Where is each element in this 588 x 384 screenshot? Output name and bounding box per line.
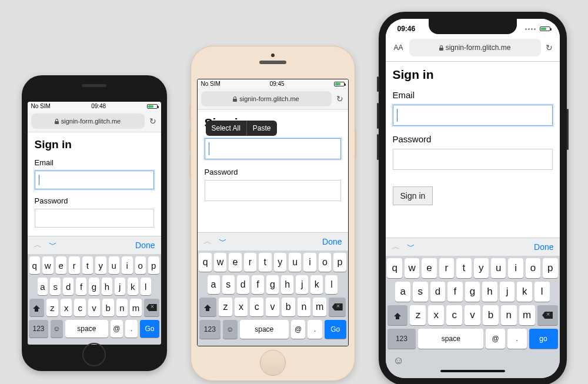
- key-at[interactable]: @: [486, 329, 505, 349]
- key-emoji[interactable]: ☺: [393, 355, 404, 367]
- key-d[interactable]: d: [237, 275, 249, 294]
- key-at[interactable]: @: [111, 320, 123, 338]
- key-i[interactable]: i: [508, 258, 523, 278]
- key-shift[interactable]: [387, 305, 408, 325]
- key-s[interactable]: s: [413, 282, 428, 302]
- menu-paste[interactable]: Paste: [247, 121, 277, 136]
- key-o[interactable]: o: [135, 256, 146, 274]
- reload-icon[interactable]: ↻: [148, 116, 158, 126]
- key-z[interactable]: z: [410, 305, 426, 325]
- key-dot[interactable]: .: [125, 320, 138, 338]
- key-t[interactable]: t: [456, 258, 471, 278]
- key-m[interactable]: m: [130, 299, 142, 316]
- key-y[interactable]: y: [274, 253, 286, 272]
- key-x[interactable]: x: [235, 298, 248, 316]
- reload-icon[interactable]: ↻: [544, 43, 554, 52]
- key-p[interactable]: p: [148, 256, 159, 274]
- key-b[interactable]: b: [483, 305, 499, 325]
- key-space[interactable]: space: [65, 320, 108, 338]
- key-z[interactable]: z: [46, 299, 58, 316]
- key-dot[interactable]: .: [507, 329, 527, 349]
- key-y[interactable]: y: [474, 258, 489, 278]
- key-a[interactable]: a: [395, 282, 410, 302]
- key-w[interactable]: w: [42, 256, 54, 274]
- key-k[interactable]: k: [310, 275, 323, 294]
- done-button[interactable]: Done: [135, 241, 155, 250]
- password-field[interactable]: [35, 209, 154, 228]
- email-field[interactable]: [35, 171, 154, 189]
- key-u[interactable]: u: [289, 253, 301, 272]
- email-field[interactable]: [393, 105, 553, 126]
- key-backspace[interactable]: [144, 299, 159, 316]
- key-n[interactable]: n: [116, 299, 128, 316]
- reload-icon[interactable]: ↻: [335, 94, 345, 103]
- key-n[interactable]: n: [298, 298, 311, 316]
- key-t[interactable]: t: [259, 253, 271, 272]
- key-j[interactable]: j: [115, 278, 125, 295]
- key-v[interactable]: v: [465, 305, 480, 325]
- key-d[interactable]: d: [430, 282, 446, 302]
- next-field-icon[interactable]: ﹀: [49, 240, 57, 251]
- key-g[interactable]: g: [89, 278, 99, 295]
- key-j[interactable]: j: [500, 282, 515, 302]
- key-t[interactable]: t: [82, 256, 93, 274]
- key-go[interactable]: Go: [325, 320, 346, 339]
- key-h[interactable]: h: [281, 275, 293, 294]
- url-box[interactable]: signin-form.glitch.me: [409, 39, 541, 56]
- next-field-icon[interactable]: ﹀: [407, 242, 415, 252]
- key-b[interactable]: b: [102, 299, 114, 316]
- key-emoji[interactable]: ☺: [51, 320, 63, 338]
- key-p[interactable]: p: [543, 258, 557, 278]
- key-i[interactable]: i: [303, 253, 316, 272]
- key-e[interactable]: e: [56, 256, 67, 274]
- key-dot[interactable]: .: [308, 320, 322, 339]
- key-c[interactable]: c: [250, 298, 263, 316]
- key-m[interactable]: m: [519, 305, 535, 325]
- key-v[interactable]: v: [88, 299, 100, 316]
- key-q[interactable]: q: [387, 258, 402, 278]
- key-z[interactable]: z: [219, 298, 232, 316]
- key-a[interactable]: a: [38, 278, 48, 295]
- key-p[interactable]: p: [333, 253, 346, 272]
- url-box[interactable]: signin-form.glitch.me: [31, 113, 145, 129]
- key-c[interactable]: c: [446, 305, 462, 325]
- key-s[interactable]: s: [50, 278, 61, 295]
- key-u[interactable]: u: [109, 256, 120, 274]
- key-h[interactable]: h: [482, 282, 497, 302]
- key-k[interactable]: k: [128, 278, 138, 295]
- key-w[interactable]: w: [405, 258, 419, 278]
- key-n[interactable]: n: [501, 305, 517, 325]
- key-q[interactable]: q: [199, 253, 211, 272]
- key-backspace[interactable]: [537, 305, 558, 325]
- key-shift[interactable]: [29, 299, 45, 316]
- key-q[interactable]: q: [29, 256, 41, 274]
- key-d[interactable]: d: [63, 278, 74, 295]
- text-size-button[interactable]: AA: [392, 44, 406, 52]
- next-field-icon[interactable]: ﹀: [219, 236, 227, 247]
- key-o[interactable]: o: [526, 258, 540, 278]
- key-l[interactable]: l: [534, 282, 550, 302]
- password-field[interactable]: [393, 149, 553, 170]
- key-l[interactable]: l: [325, 275, 338, 294]
- key-h[interactable]: h: [102, 278, 112, 295]
- home-indicator[interactable]: [440, 370, 505, 372]
- key-j[interactable]: j: [296, 275, 308, 294]
- key-space[interactable]: space: [418, 329, 483, 349]
- key-123[interactable]: 123: [29, 320, 48, 338]
- key-m[interactable]: m: [313, 298, 326, 316]
- prev-field-icon[interactable]: ︿: [34, 240, 42, 251]
- key-x[interactable]: x: [61, 299, 72, 316]
- key-i[interactable]: i: [122, 256, 133, 274]
- key-e[interactable]: e: [229, 253, 241, 272]
- password-field[interactable]: [205, 180, 341, 201]
- key-u[interactable]: u: [491, 258, 506, 278]
- key-go[interactable]: Go: [140, 320, 159, 338]
- key-a[interactable]: a: [208, 275, 220, 294]
- signin-button[interactable]: Sign in: [393, 186, 433, 205]
- key-f[interactable]: f: [76, 278, 86, 295]
- key-emoji[interactable]: ☺: [223, 320, 237, 339]
- home-button[interactable]: [260, 350, 286, 376]
- key-f[interactable]: f: [447, 282, 463, 302]
- url-box[interactable]: signin-form.glitch.me: [201, 91, 332, 106]
- key-s[interactable]: s: [222, 275, 235, 294]
